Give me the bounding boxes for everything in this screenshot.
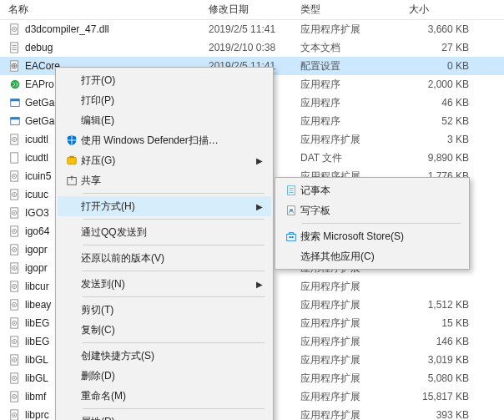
svg-point-53	[13, 377, 15, 379]
menu-label: 打开(O)	[81, 73, 263, 88]
context-menu-item[interactable]: 重命名(M)	[58, 386, 271, 406]
menu-separator	[83, 271, 265, 271]
file-size: 9,890 KB	[409, 152, 476, 164]
context-menu-item[interactable]: 通过QQ发送到	[58, 222, 271, 242]
svg-point-38	[13, 286, 15, 287]
text-file-icon	[8, 41, 22, 54]
file-type: 应用程序扩展	[300, 372, 409, 386]
dat-file-icon	[8, 151, 22, 164]
menu-label: 好压(G)	[81, 154, 256, 168]
file-name: debug	[25, 42, 53, 53]
file-type: 应用程序扩展	[300, 133, 409, 147]
file-name: libprc	[25, 409, 49, 420]
store-icon	[285, 230, 298, 243]
file-type: DAT 文件	[300, 151, 409, 165]
file-name: icudtl	[25, 134, 48, 145]
context-menu-item[interactable]: 共享	[58, 170, 271, 190]
context-menu-item[interactable]: 发送到(N)▶	[58, 274, 271, 294]
app-file-icon	[8, 96, 22, 109]
file-size: 27 KB	[409, 42, 476, 53]
notepad-icon	[285, 184, 298, 197]
file-date: 2019/2/5 11:41	[209, 23, 300, 35]
svg-point-26	[13, 212, 15, 214]
file-name: igopr	[25, 244, 48, 256]
context-menu-item[interactable]: 创建快捷方式(S)	[58, 346, 271, 366]
file-type: 应用程序扩展	[300, 353, 409, 367]
svg-rect-64	[68, 158, 77, 164]
context-menu-item[interactable]: 打印(P)	[58, 90, 271, 110]
context-menu-item[interactable]: 复制(C)	[58, 320, 271, 340]
file-size: 393 KB	[409, 409, 476, 420]
file-type: 应用程序	[300, 96, 409, 110]
column-header-bar: 名称 修改日期 类型 大小	[0, 0, 504, 20]
svg-point-47	[13, 341, 15, 342]
file-size: 146 KB	[409, 336, 476, 347]
col-type[interactable]: 类型	[300, 3, 409, 17]
file-name: igopr	[25, 262, 48, 274]
context-menu-item[interactable]: 打开方式(H)▶	[58, 196, 271, 216]
file-name: GetGa	[25, 97, 54, 109]
col-size[interactable]: 大小	[409, 3, 476, 17]
file-name: libEG	[25, 336, 49, 347]
menu-separator	[83, 296, 265, 297]
menu-label: 编辑(E)	[81, 114, 263, 128]
dll-file-icon	[8, 23, 22, 36]
context-menu-item[interactable]: 好压(G)▶	[58, 150, 271, 170]
file-size: 0 KB	[409, 60, 476, 72]
svg-point-32	[13, 249, 15, 250]
svg-rect-72	[287, 234, 296, 240]
haozip-icon	[65, 154, 78, 167]
menu-separator	[83, 219, 265, 220]
file-name: libeay	[25, 299, 51, 311]
context-menu-item[interactable]: 打开(O)	[58, 70, 271, 90]
file-row[interactable]: d3dcompiler_47.dll2019/2/5 11:41应用程序扩展3,…	[0, 20, 504, 38]
dll-file-icon	[8, 390, 22, 403]
open-with-item[interactable]: 选择其他应用(C)	[277, 246, 467, 266]
shield-icon	[65, 134, 78, 147]
context-menu-item[interactable]: 属性(R)	[58, 412, 271, 420]
context-menu-item[interactable]: 剪切(T)	[58, 300, 271, 320]
open-with-item[interactable]: 写字板	[277, 200, 467, 220]
menu-separator	[83, 245, 265, 245]
svg-point-59	[13, 414, 15, 416]
context-menu-item[interactable]: 使用 Windows Defender扫描…	[58, 130, 271, 150]
menu-separator	[83, 342, 265, 343]
open-with-submenu[interactable]: 记事本写字板搜索 Microsoft Store(S)选择其他应用(C)	[275, 177, 470, 270]
col-name[interactable]: 名称	[8, 3, 209, 17]
svg-point-50	[13, 359, 15, 361]
file-row[interactable]: debug2019/2/10 0:38文本文档27 KB	[0, 38, 504, 57]
svg-point-29	[13, 230, 15, 232]
menu-label: 写字板	[300, 204, 459, 218]
file-size: 15,817 KB	[409, 391, 476, 402]
submenu-arrow-icon: ▶	[256, 156, 263, 165]
menu-separator	[302, 223, 461, 224]
open-with-item[interactable]: 记事本	[277, 180, 467, 200]
menu-separator	[83, 408, 265, 409]
open-with-item[interactable]: 搜索 Microsoft Store(S)	[277, 226, 467, 246]
dll-file-icon	[8, 170, 22, 183]
dll-file-icon	[8, 188, 22, 201]
svg-rect-73	[289, 236, 290, 238]
file-type: 应用程序	[300, 78, 409, 92]
dll-file-icon	[8, 261, 22, 275]
file-name: libGL	[25, 354, 48, 366]
dll-file-icon	[8, 280, 22, 293]
menu-label: 复制(C)	[81, 323, 263, 337]
dll-file-icon	[8, 372, 22, 385]
context-menu-item[interactable]: 编辑(E)	[58, 110, 271, 130]
share-icon	[65, 174, 78, 187]
file-size: 3 KB	[409, 134, 476, 145]
file-name: d3dcompiler_47.dll	[25, 23, 109, 35]
dll-file-icon	[8, 316, 22, 330]
menu-label: 搜索 Microsoft Store(S)	[300, 230, 459, 244]
svg-point-44	[13, 322, 15, 324]
file-name: libEG	[25, 317, 49, 329]
file-name: libmf	[25, 391, 46, 402]
context-menu[interactable]: 打开(O)打印(P)编辑(E)使用 Windows Defender扫描…好压(…	[55, 67, 274, 420]
dll-file-icon	[8, 335, 22, 348]
context-menu-item[interactable]: 还原以前的版本(V)	[58, 248, 271, 268]
col-date[interactable]: 修改日期	[209, 3, 300, 17]
menu-label: 创建快捷方式(S)	[81, 349, 263, 363]
context-menu-item[interactable]: 删除(D)	[58, 366, 271, 386]
exe-file-icon	[8, 78, 22, 91]
